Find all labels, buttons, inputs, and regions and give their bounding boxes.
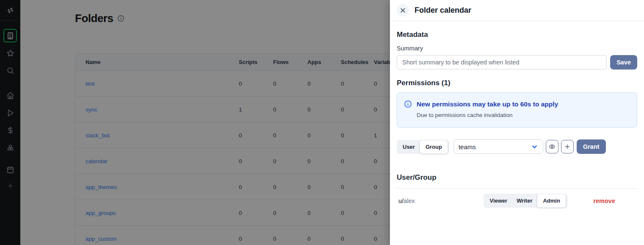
- alert-title: New permissions may take up to 60s to ap…: [417, 100, 558, 108]
- add-group-button[interactable]: [561, 140, 574, 153]
- role-viewer[interactable]: Viewer: [485, 195, 512, 206]
- eye-icon: [549, 143, 556, 150]
- grant-controls: UserGroup teams: [397, 139, 637, 154]
- role-writer[interactable]: Writer: [512, 195, 537, 206]
- role-toggle: ViewerWriterAdmin: [484, 194, 567, 208]
- toggle-group[interactable]: Group: [420, 140, 448, 154]
- info-circle-icon: [404, 100, 412, 108]
- drawer-header: Folder calendar: [390, 0, 644, 21]
- toggle-user[interactable]: User: [398, 141, 420, 153]
- drawer-title: Folder calendar: [415, 6, 471, 15]
- close-icon: [400, 7, 406, 14]
- members-heading: User/Group: [397, 173, 637, 182]
- modal-overlay[interactable]: [0, 0, 390, 245]
- permissions-heading: Permissions (1): [397, 79, 637, 87]
- member-row: u/alex ViewerWriterAdmin remove: [397, 189, 637, 208]
- role-admin[interactable]: Admin: [537, 194, 566, 208]
- alert-subtitle: Due to permissions cache invalidation: [417, 112, 630, 118]
- remove-link[interactable]: remove: [593, 198, 615, 204]
- metadata-heading: Metadata: [397, 31, 637, 39]
- user-group-toggle: UserGroup: [397, 140, 449, 154]
- preview-permissions-button[interactable]: [546, 140, 558, 153]
- members-list: u/alex ViewerWriterAdmin remove: [397, 189, 637, 208]
- save-button[interactable]: Save: [610, 55, 637, 70]
- folder-drawer: Folder calendar Metadata Summary Save Pe…: [390, 0, 644, 245]
- plus-icon: [564, 143, 571, 150]
- summary-label: Summary: [397, 45, 637, 52]
- chevron-down-icon: [531, 143, 538, 150]
- group-select-value: teams: [459, 143, 476, 150]
- grant-button[interactable]: Grant: [577, 139, 606, 154]
- close-button[interactable]: [397, 4, 409, 17]
- member-name: u/alex: [398, 198, 458, 204]
- group-select[interactable]: teams: [453, 139, 543, 154]
- summary-input[interactable]: [397, 55, 607, 70]
- permissions-alert: New permissions may take up to 60s to ap…: [397, 92, 637, 128]
